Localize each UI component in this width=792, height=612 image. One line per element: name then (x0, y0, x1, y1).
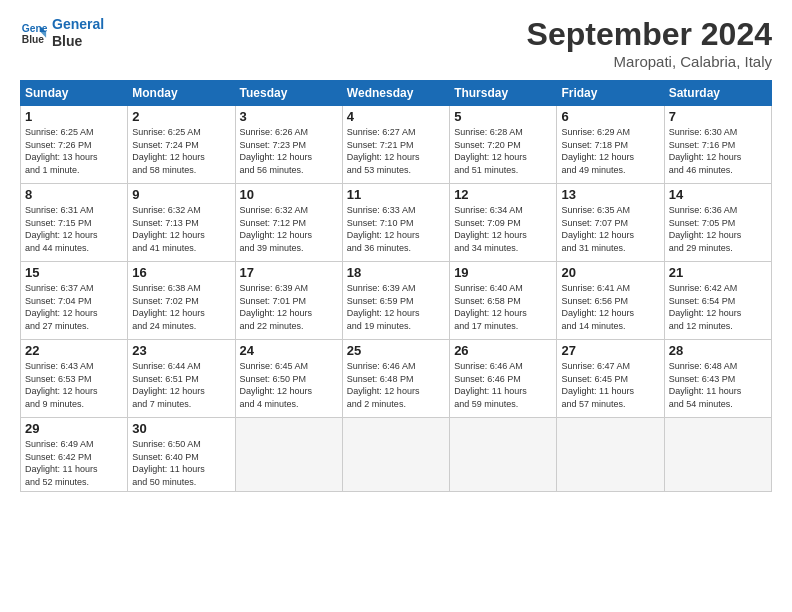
day-info: Sunrise: 6:33 AM Sunset: 7:10 PM Dayligh… (347, 204, 445, 254)
day-number: 17 (240, 265, 338, 280)
calendar-header-wednesday: Wednesday (342, 81, 449, 106)
calendar-week-1: 1Sunrise: 6:25 AM Sunset: 7:26 PM Daylig… (21, 106, 772, 184)
day-number: 28 (669, 343, 767, 358)
day-info: Sunrise: 6:46 AM Sunset: 6:48 PM Dayligh… (347, 360, 445, 410)
day-number: 22 (25, 343, 123, 358)
day-info: Sunrise: 6:38 AM Sunset: 7:02 PM Dayligh… (132, 282, 230, 332)
calendar-cell: 25Sunrise: 6:46 AM Sunset: 6:48 PM Dayli… (342, 340, 449, 418)
svg-text:Blue: Blue (22, 34, 45, 45)
day-info: Sunrise: 6:42 AM Sunset: 6:54 PM Dayligh… (669, 282, 767, 332)
calendar-cell: 20Sunrise: 6:41 AM Sunset: 6:56 PM Dayli… (557, 262, 664, 340)
day-info: Sunrise: 6:39 AM Sunset: 6:59 PM Dayligh… (347, 282, 445, 332)
day-number: 2 (132, 109, 230, 124)
calendar-cell: 7Sunrise: 6:30 AM Sunset: 7:16 PM Daylig… (664, 106, 771, 184)
day-info: Sunrise: 6:49 AM Sunset: 6:42 PM Dayligh… (25, 438, 123, 488)
calendar-cell: 29Sunrise: 6:49 AM Sunset: 6:42 PM Dayli… (21, 418, 128, 492)
day-number: 8 (25, 187, 123, 202)
day-number: 12 (454, 187, 552, 202)
calendar-cell: 19Sunrise: 6:40 AM Sunset: 6:58 PM Dayli… (450, 262, 557, 340)
day-info: Sunrise: 6:28 AM Sunset: 7:20 PM Dayligh… (454, 126, 552, 176)
logo: General Blue General Blue (20, 16, 104, 50)
day-info: Sunrise: 6:30 AM Sunset: 7:16 PM Dayligh… (669, 126, 767, 176)
logo-line1: General (52, 16, 104, 33)
day-number: 18 (347, 265, 445, 280)
calendar-header-row: SundayMondayTuesdayWednesdayThursdayFrid… (21, 81, 772, 106)
calendar-week-3: 15Sunrise: 6:37 AM Sunset: 7:04 PM Dayli… (21, 262, 772, 340)
calendar-week-4: 22Sunrise: 6:43 AM Sunset: 6:53 PM Dayli… (21, 340, 772, 418)
calendar-header-saturday: Saturday (664, 81, 771, 106)
day-number: 4 (347, 109, 445, 124)
day-number: 27 (561, 343, 659, 358)
month-title: September 2024 (527, 16, 772, 53)
calendar-cell: 17Sunrise: 6:39 AM Sunset: 7:01 PM Dayli… (235, 262, 342, 340)
day-info: Sunrise: 6:34 AM Sunset: 7:09 PM Dayligh… (454, 204, 552, 254)
day-number: 30 (132, 421, 230, 436)
calendar-cell: 1Sunrise: 6:25 AM Sunset: 7:26 PM Daylig… (21, 106, 128, 184)
day-number: 5 (454, 109, 552, 124)
day-number: 29 (25, 421, 123, 436)
day-info: Sunrise: 6:27 AM Sunset: 7:21 PM Dayligh… (347, 126, 445, 176)
day-number: 10 (240, 187, 338, 202)
day-number: 21 (669, 265, 767, 280)
calendar-cell (235, 418, 342, 492)
calendar-cell: 11Sunrise: 6:33 AM Sunset: 7:10 PM Dayli… (342, 184, 449, 262)
calendar-cell: 3Sunrise: 6:26 AM Sunset: 7:23 PM Daylig… (235, 106, 342, 184)
day-info: Sunrise: 6:29 AM Sunset: 7:18 PM Dayligh… (561, 126, 659, 176)
calendar-table: SundayMondayTuesdayWednesdayThursdayFrid… (20, 80, 772, 492)
calendar-cell: 18Sunrise: 6:39 AM Sunset: 6:59 PM Dayli… (342, 262, 449, 340)
location: Maropati, Calabria, Italy (527, 53, 772, 70)
day-info: Sunrise: 6:40 AM Sunset: 6:58 PM Dayligh… (454, 282, 552, 332)
calendar-cell: 4Sunrise: 6:27 AM Sunset: 7:21 PM Daylig… (342, 106, 449, 184)
day-info: Sunrise: 6:46 AM Sunset: 6:46 PM Dayligh… (454, 360, 552, 410)
logo-icon: General Blue (20, 19, 48, 47)
calendar-cell: 28Sunrise: 6:48 AM Sunset: 6:43 PM Dayli… (664, 340, 771, 418)
title-block: September 2024 Maropati, Calabria, Italy (527, 16, 772, 70)
calendar-cell (450, 418, 557, 492)
calendar-cell: 6Sunrise: 6:29 AM Sunset: 7:18 PM Daylig… (557, 106, 664, 184)
day-number: 13 (561, 187, 659, 202)
day-info: Sunrise: 6:31 AM Sunset: 7:15 PM Dayligh… (25, 204, 123, 254)
calendar-cell: 15Sunrise: 6:37 AM Sunset: 7:04 PM Dayli… (21, 262, 128, 340)
calendar-week-2: 8Sunrise: 6:31 AM Sunset: 7:15 PM Daylig… (21, 184, 772, 262)
day-info: Sunrise: 6:37 AM Sunset: 7:04 PM Dayligh… (25, 282, 123, 332)
calendar-cell: 24Sunrise: 6:45 AM Sunset: 6:50 PM Dayli… (235, 340, 342, 418)
day-info: Sunrise: 6:50 AM Sunset: 6:40 PM Dayligh… (132, 438, 230, 488)
calendar-cell: 27Sunrise: 6:47 AM Sunset: 6:45 PM Dayli… (557, 340, 664, 418)
calendar-cell: 16Sunrise: 6:38 AM Sunset: 7:02 PM Dayli… (128, 262, 235, 340)
day-number: 9 (132, 187, 230, 202)
day-info: Sunrise: 6:45 AM Sunset: 6:50 PM Dayligh… (240, 360, 338, 410)
day-info: Sunrise: 6:44 AM Sunset: 6:51 PM Dayligh… (132, 360, 230, 410)
day-number: 11 (347, 187, 445, 202)
day-info: Sunrise: 6:35 AM Sunset: 7:07 PM Dayligh… (561, 204, 659, 254)
calendar-cell: 21Sunrise: 6:42 AM Sunset: 6:54 PM Dayli… (664, 262, 771, 340)
calendar-cell: 5Sunrise: 6:28 AM Sunset: 7:20 PM Daylig… (450, 106, 557, 184)
calendar-cell: 23Sunrise: 6:44 AM Sunset: 6:51 PM Dayli… (128, 340, 235, 418)
day-number: 26 (454, 343, 552, 358)
day-info: Sunrise: 6:25 AM Sunset: 7:24 PM Dayligh… (132, 126, 230, 176)
calendar-cell: 10Sunrise: 6:32 AM Sunset: 7:12 PM Dayli… (235, 184, 342, 262)
logo-line2: Blue (52, 33, 104, 50)
day-info: Sunrise: 6:43 AM Sunset: 6:53 PM Dayligh… (25, 360, 123, 410)
calendar-cell: 14Sunrise: 6:36 AM Sunset: 7:05 PM Dayli… (664, 184, 771, 262)
calendar-cell: 30Sunrise: 6:50 AM Sunset: 6:40 PM Dayli… (128, 418, 235, 492)
day-number: 3 (240, 109, 338, 124)
calendar-cell: 26Sunrise: 6:46 AM Sunset: 6:46 PM Dayli… (450, 340, 557, 418)
day-info: Sunrise: 6:32 AM Sunset: 7:12 PM Dayligh… (240, 204, 338, 254)
day-info: Sunrise: 6:25 AM Sunset: 7:26 PM Dayligh… (25, 126, 123, 176)
day-number: 6 (561, 109, 659, 124)
day-info: Sunrise: 6:47 AM Sunset: 6:45 PM Dayligh… (561, 360, 659, 410)
day-info: Sunrise: 6:26 AM Sunset: 7:23 PM Dayligh… (240, 126, 338, 176)
calendar-cell: 2Sunrise: 6:25 AM Sunset: 7:24 PM Daylig… (128, 106, 235, 184)
day-info: Sunrise: 6:48 AM Sunset: 6:43 PM Dayligh… (669, 360, 767, 410)
day-number: 23 (132, 343, 230, 358)
calendar-header-friday: Friday (557, 81, 664, 106)
calendar-cell: 9Sunrise: 6:32 AM Sunset: 7:13 PM Daylig… (128, 184, 235, 262)
calendar-cell (557, 418, 664, 492)
day-number: 24 (240, 343, 338, 358)
calendar-cell: 8Sunrise: 6:31 AM Sunset: 7:15 PM Daylig… (21, 184, 128, 262)
calendar-header-monday: Monday (128, 81, 235, 106)
day-number: 25 (347, 343, 445, 358)
day-number: 7 (669, 109, 767, 124)
calendar-cell (342, 418, 449, 492)
calendar-header-thursday: Thursday (450, 81, 557, 106)
